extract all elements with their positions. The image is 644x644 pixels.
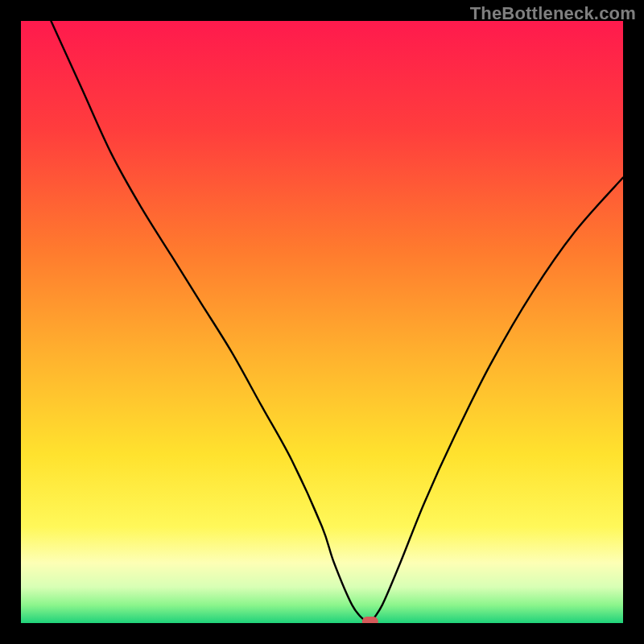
chart-frame: TheBottleneck.com: [0, 0, 644, 644]
gradient-background: [21, 21, 623, 623]
plot-area: [21, 21, 623, 623]
optimal-marker: [362, 617, 378, 623]
bottleneck-chart: [21, 21, 623, 623]
